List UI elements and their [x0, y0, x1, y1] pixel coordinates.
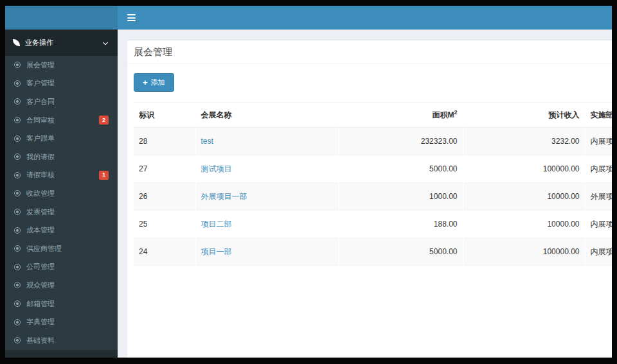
circle-dot-icon — [14, 319, 21, 325]
circle-dot-icon — [14, 209, 21, 215]
exhibition-name-link[interactable]: 项目二部 — [201, 220, 232, 229]
sidebar-item-label: 供应商管理 — [26, 244, 62, 254]
cell-dept: 内展项目 — [585, 155, 612, 183]
table-row-27: 27测试项目5000.00100000.00内展项目 — [134, 155, 612, 183]
cell-income: 100000.00 — [463, 238, 585, 266]
circle-dot-icon — [14, 62, 21, 68]
sidebar-item-label: 客户合同 — [26, 97, 55, 107]
sidebar-item-14[interactable]: 字典管理 — [5, 313, 118, 331]
cell-income: 3232.00 — [463, 128, 585, 155]
sidebar-section-business-operations[interactable]: 业务操作 — [5, 30, 118, 56]
sidebar-item-10[interactable]: 供应商管理 — [5, 239, 118, 258]
cell-id: 24 — [134, 238, 195, 266]
sidebar-item-13[interactable]: 邮箱管理 — [5, 295, 118, 313]
sidebar-item-label: 客户管理 — [26, 78, 55, 88]
sidebar-item-label: 邮箱管理 — [26, 299, 55, 309]
circle-dot-icon — [14, 80, 21, 87]
cell-income: 10000.00 — [463, 211, 585, 238]
sidebar-item-7[interactable]: 收款管理 — [5, 184, 118, 203]
sidebar-item-4[interactable]: 客户跟单 — [5, 129, 118, 148]
notification-badge: 2 — [99, 116, 109, 125]
sidebar-item-0[interactable]: 展会管理 — [5, 56, 118, 74]
exhibition-name-link[interactable]: test — [201, 137, 213, 146]
circle-dot-icon — [14, 172, 21, 178]
sidebar-item-label: 成本管理 — [26, 225, 55, 235]
sidebar-item-label: 公司管理 — [26, 262, 55, 272]
cell-income: 10000.00 — [463, 183, 585, 211]
cell-area: 188.00 — [339, 211, 463, 238]
exhibition-name-link[interactable]: 测试项目 — [201, 164, 232, 173]
cell-name: 项目二部 — [195, 211, 339, 238]
cell-area: 5000.00 — [339, 155, 463, 183]
box-body: + 添加 标识会展名称面积M2预计收入实施部门 28test232323.003… — [127, 64, 612, 358]
sidebar-item-label: 字典管理 — [26, 317, 55, 327]
sidebar-item-label: 基础资料 — [26, 336, 55, 345]
cell-id: 28 — [134, 128, 195, 155]
sidebar-item-label: 观众管理 — [26, 281, 55, 290]
circle-dot-icon — [14, 264, 21, 270]
sidebar: 业务操作 展会管理客户管理客户合同合同审核2客户跟单我的请假请假审核1收款管理发… — [5, 30, 118, 358]
page-title: 展会管理 — [134, 46, 605, 58]
cell-id: 27 — [134, 155, 195, 183]
sidebar-item-8[interactable]: 发票管理 — [5, 203, 118, 221]
circle-dot-icon — [14, 300, 21, 307]
chevron-down-icon — [103, 39, 108, 44]
sidebar-item-label: 发票管理 — [26, 207, 55, 217]
table-header-row: 标识会展名称面积M2预计收入实施部门 — [134, 103, 612, 128]
sidebar-item-11[interactable]: 公司管理 — [5, 258, 118, 277]
sidebar-item-1[interactable]: 客户管理 — [5, 74, 118, 93]
sidebar-item-9[interactable]: 成本管理 — [5, 221, 118, 239]
circle-dot-icon — [14, 337, 21, 343]
table-row-25: 25项目二部188.0010000.00内展项目 — [134, 211, 612, 238]
table-row-24: 24项目一部5000.00100000.00内展项目 — [134, 238, 612, 266]
table-body: 28test232323.003232.00内展项目27测试项目5000.001… — [134, 128, 612, 266]
circle-dot-icon — [14, 282, 21, 288]
cell-area: 5000.00 — [339, 238, 463, 266]
cell-dept: 内展项目 — [585, 128, 612, 155]
column-header-3: 预计收入 — [463, 103, 585, 128]
sidebar-section-label: 业务操作 — [25, 38, 53, 48]
sidebar-item-label: 请假审核 — [26, 170, 55, 180]
cell-name: test — [195, 128, 339, 155]
circle-dot-icon — [14, 135, 21, 142]
circle-dot-icon — [14, 227, 21, 234]
cell-name: 项目一部 — [195, 238, 339, 266]
circle-dot-icon — [14, 153, 21, 160]
sidebar-section-project-statistics[interactable]: 项目统计 — [5, 350, 118, 358]
app-window: 业务操作 展会管理客户管理客户合同合同审核2客户跟单我的请假请假审核1收款管理发… — [5, 6, 612, 358]
plus-icon: + — [143, 78, 148, 87]
sidebar-item-2[interactable]: 客户合同 — [5, 92, 118, 111]
column-header-4: 实施部门 — [585, 103, 612, 128]
cell-id: 26 — [134, 183, 195, 211]
circle-dot-icon — [14, 117, 21, 123]
circle-dot-icon — [14, 245, 21, 252]
sidebar-item-12[interactable]: 观众管理 — [5, 276, 118, 295]
sidebar-toggle-button[interactable] — [118, 6, 145, 30]
exhibition-name-link[interactable]: 项目一部 — [201, 247, 232, 256]
sidebar-item-3[interactable]: 合同审核2 — [5, 111, 118, 130]
sidebar-item-label: 展会管理 — [26, 60, 55, 70]
sidebar-item-15[interactable]: 基础资料 — [5, 331, 118, 350]
superscript: 2 — [454, 109, 457, 116]
hamburger-icon — [127, 13, 136, 23]
sidebar-item-label: 客户跟单 — [26, 134, 55, 143]
exhibition-management-box: 展会管理 + 添加 标识会展名称面积M2预计收入实施部门 28test23232… — [127, 40, 612, 358]
body-row: 业务操作 展会管理客户管理客户合同合同审核2客户跟单我的请假请假审核1收款管理发… — [5, 30, 612, 358]
cell-name: 测试项目 — [195, 155, 339, 183]
cell-area: 232323.00 — [339, 128, 463, 155]
logo-area — [5, 6, 118, 30]
cell-area: 1000.00 — [339, 183, 463, 211]
sidebar-item-6[interactable]: 请假审核1 — [5, 166, 118, 185]
sidebar-item-label: 收款管理 — [26, 189, 55, 198]
sidebar-nav: 业务操作 展会管理客户管理客户合同合同审核2客户跟单我的请假请假审核1收款管理发… — [5, 30, 118, 358]
sidebar-item-5[interactable]: 我的请假 — [5, 148, 118, 166]
cell-dept: 外展项目 — [585, 183, 612, 211]
add-button[interactable]: + 添加 — [134, 73, 174, 92]
column-header-1: 会展名称 — [195, 103, 339, 128]
table-container: 标识会展名称面积M2预计收入实施部门 28test232323.003232.0… — [134, 102, 612, 266]
content-area: 展会管理 + 添加 标识会展名称面积M2预计收入实施部门 28test23232… — [118, 30, 612, 358]
add-button-label: 添加 — [151, 78, 165, 87]
exhibition-name-link[interactable]: 外展项目一部 — [201, 192, 247, 201]
circle-dot-icon — [14, 98, 21, 105]
cell-name: 外展项目一部 — [195, 183, 339, 211]
